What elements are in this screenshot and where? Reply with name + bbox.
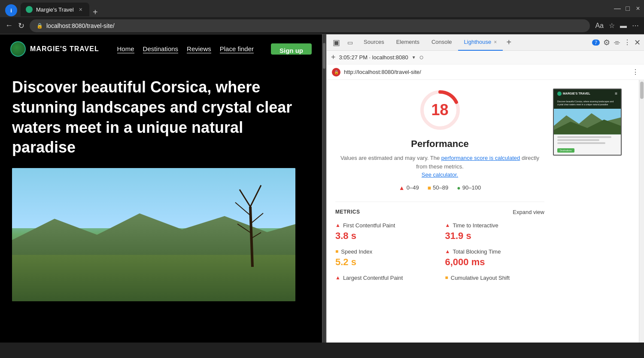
- nav-home[interactable]: Home: [117, 45, 134, 53]
- tbt-icon: ▲: [445, 248, 450, 254]
- collections-icon[interactable]: ▬: [620, 22, 627, 30]
- legend-orange-icon: ■: [428, 184, 431, 191]
- close-btn[interactable]: ×: [635, 6, 641, 11]
- legend-orange: ■ 50–89: [428, 184, 449, 191]
- score-number: 18: [431, 101, 448, 119]
- site-menu: Home Destinations Reviews Place finder S…: [117, 43, 312, 55]
- title-bar: i Margie's Travel × + — □ ×: [0, 0, 644, 17]
- preview-box: MARGIE'S TRAVEL ≡ Discover beautiful Cor…: [553, 89, 622, 156]
- website-panel: MARGIE'S TRAVEL Home Destinations Review…: [0, 34, 322, 343]
- devtools-panel: ▣ ▭ Sources Elements Console Lighthouse …: [326, 34, 644, 343]
- restore-btn[interactable]: □: [625, 6, 630, 11]
- devtools-tabbar: ▣ ▭ Sources Elements Console Lighthouse …: [327, 34, 644, 51]
- calculator-link[interactable]: See calculator.: [422, 171, 458, 178]
- svg-line-0: [250, 207, 252, 267]
- preview-landscape: [554, 109, 621, 135]
- preview-hamburger: ≡: [615, 91, 617, 96]
- tab-elements[interactable]: Elements: [390, 34, 425, 51]
- toolbar-clear-btn[interactable]: ○: [419, 53, 424, 62]
- devtools-scrollbar[interactable]: [639, 80, 644, 343]
- metrics-section: METRICS Expand view ▲ First Contentful P…: [335, 202, 544, 283]
- inprivate-badge: i: [5, 4, 17, 16]
- fcp-icon: ▲: [335, 222, 340, 228]
- lighthouse-preview: MARGIE'S TRAVEL ≡ Discover beautiful Cor…: [553, 89, 630, 334]
- tab-lighthouse-close[interactable]: ×: [494, 39, 497, 45]
- preview-image: [554, 109, 621, 135]
- main-area: MARGIE'S TRAVEL Home Destinations Review…: [0, 34, 644, 343]
- inprivate-letter: i: [10, 7, 12, 14]
- svg-line-2: [250, 185, 261, 207]
- lighthouse-main: 18 Performance Values are estimated and …: [335, 89, 544, 334]
- address-text: localhost:8080/travel-site/: [46, 22, 115, 29]
- nav-destinations[interactable]: Destinations: [143, 45, 179, 53]
- metrics-grid: ▲ First Contentful Paint 3.8 s ▲: [335, 222, 544, 283]
- tab-console[interactable]: Console: [425, 34, 458, 51]
- timestamp-arrow[interactable]: ▼: [412, 55, 416, 60]
- lcp-label: Largest Contentful Paint: [343, 275, 403, 281]
- metric-lcp: ▲ Largest Contentful Paint: [335, 275, 435, 283]
- logo-globe: [10, 41, 26, 57]
- more-icon[interactable]: ⋯: [632, 21, 639, 30]
- nav-place-finder[interactable]: Place finder: [220, 45, 254, 53]
- read-icon[interactable]: Aa: [595, 22, 604, 30]
- si-value: 5.2 s: [335, 257, 435, 268]
- lighthouse-scroll-area: 18 Performance Values are estimated and …: [327, 80, 644, 343]
- inspect-icon[interactable]: ▣: [330, 37, 342, 49]
- favorites-icon[interactable]: ☆: [609, 21, 615, 30]
- tree-svg: [227, 172, 270, 267]
- hero-heading: Discover beautiful Corsica, where stunni…: [12, 77, 310, 158]
- device-icon[interactable]: ▭: [344, 37, 356, 49]
- score-legend: ▲ 0–49 ■ 50–89 ● 90–100: [335, 184, 544, 191]
- preview-hero-text: Discover beautiful Corsica, where stunni…: [557, 100, 617, 106]
- expand-view-btn[interactable]: Expand view: [513, 209, 544, 215]
- tti-label: Time to Interactive: [453, 222, 498, 229]
- score-circle-container: 18: [335, 89, 544, 132]
- fcp-value: 3.8 s: [335, 230, 435, 242]
- settings-icon[interactable]: ⚙: [603, 38, 610, 47]
- window-controls: — □ ×: [615, 6, 641, 11]
- tti-value: 31.9 s: [445, 230, 545, 242]
- devtools-close-icon[interactable]: ✕: [634, 38, 641, 47]
- lock-icon: 🔒: [36, 23, 43, 29]
- si-label: Speed Index: [341, 248, 372, 255]
- preview-content: Destinations: [554, 135, 621, 155]
- legend-red-icon: ▲: [399, 184, 405, 191]
- security-icon: 🔒: [332, 68, 340, 76]
- devtools-url-bar: 🔒 http://localhost:8080/travel-site/ ⋮: [327, 64, 644, 80]
- perf-score-link[interactable]: performance score is calculated: [441, 155, 520, 161]
- minimize-btn[interactable]: —: [615, 6, 620, 11]
- refresh-btn[interactable]: ↻: [18, 21, 24, 31]
- preview-nav: MARGIE'S TRAVEL ≡: [554, 89, 621, 98]
- tbt-value: 6,000 ms: [445, 257, 545, 268]
- legend-green: ● 90–100: [457, 184, 481, 191]
- hero-image: [12, 168, 295, 301]
- add-tab-btn[interactable]: +: [503, 37, 515, 49]
- site-nav: MARGIE'S TRAVEL Home Destinations Review…: [0, 34, 322, 64]
- metrics-title: METRICS: [335, 209, 360, 215]
- dock-icon[interactable]: ⌯: [614, 39, 620, 46]
- metric-cls: ■ Cumulative Layout Shift: [445, 275, 545, 283]
- scroll-divider: [322, 34, 326, 343]
- legend-range2: 50–89: [433, 184, 448, 191]
- cls-label: Cumulative Layout Shift: [451, 275, 510, 281]
- toolbar-add-btn[interactable]: +: [331, 53, 336, 62]
- address-input[interactable]: 🔒 localhost:8080/travel-site/: [30, 19, 590, 32]
- scroll-thumb[interactable]: [640, 82, 644, 99]
- devtools-more-icon[interactable]: ⋮: [624, 38, 631, 46]
- tab-close-btn[interactable]: ×: [79, 6, 82, 13]
- new-tab-btn[interactable]: +: [93, 8, 98, 16]
- signup-btn[interactable]: Sign up: [271, 43, 312, 55]
- preview-line-1: [557, 136, 611, 138]
- url-more-btn[interactable]: ⋮: [632, 68, 639, 76]
- active-tab[interactable]: Margie's Travel ×: [21, 3, 89, 16]
- perf-description: Values are estimated and may vary. The p…: [335, 154, 544, 179]
- tab-title: Margie's Travel: [36, 6, 74, 13]
- address-bar: ← ↻ 🔒 localhost:8080/travel-site/ Aa ☆ ▬…: [0, 17, 644, 34]
- tab-lighthouse[interactable]: Lighthouse ×: [458, 34, 503, 51]
- issues-badge[interactable]: 7: [592, 40, 600, 46]
- tab-sources[interactable]: Sources: [358, 34, 390, 51]
- nav-reviews[interactable]: Reviews: [187, 45, 211, 53]
- preview-line-3: [557, 142, 605, 144]
- perf-desc-text1: Values are estimated and may vary. The: [340, 155, 440, 161]
- back-btn[interactable]: ←: [5, 21, 13, 30]
